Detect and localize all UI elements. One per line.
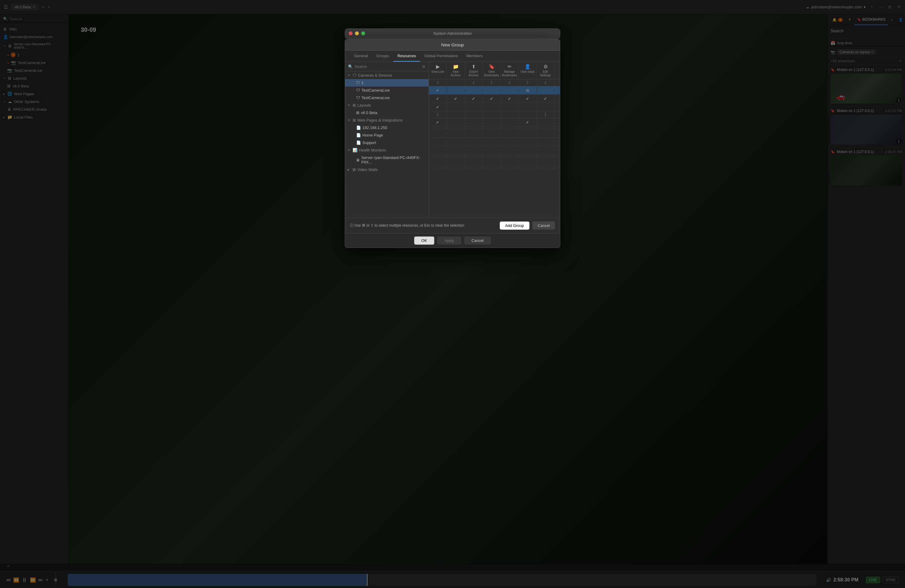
tree-layouts-section[interactable]: ▼ ⊞ Layouts [345, 102, 429, 109]
resource-tree: ▼ 🛡 Cameras & Devices 🛡 1 🛡 TestCameraLi… [345, 72, 429, 218]
tree-videowalls-section[interactable]: ▶ ⊞ Video Walls [345, 166, 429, 173]
perm-row-camera1[interactable]: ✓ ⊞ [429, 86, 560, 95]
perm-cell-tc1-5[interactable]: ✓ [501, 95, 519, 102]
perm-col-view-archive: 📁 View Archive [447, 62, 465, 79]
perm-cell-v6-5[interactable] [501, 121, 519, 124]
perm-cell-tc1-7[interactable]: ✓ [537, 95, 554, 102]
num-col-4: 1 [483, 79, 501, 86]
help-circle-icon: ⓘ [350, 223, 353, 227]
perm-cell-tc1-1[interactable]: ✓ [429, 95, 447, 102]
perm-cell-v6-4[interactable] [483, 121, 501, 124]
dialog-search-icon: 🔍 [348, 64, 353, 69]
sys-admin-title: System Administration [433, 31, 472, 36]
perm-row-server-health[interactable] [429, 157, 560, 165]
perm-cell-c1-7[interactable] [537, 89, 554, 92]
tab-global-permissions[interactable]: Global Permissions [420, 51, 462, 62]
tab-resources[interactable]: Resources [393, 51, 420, 62]
dialog-search-input[interactable] [355, 64, 420, 69]
perm-cell-v6-2[interactable] [447, 121, 465, 124]
filter-options-icon[interactable]: ⚙ [422, 64, 426, 69]
perm-cell-v6-1[interactable]: ✓ [429, 119, 447, 126]
wp-num-1 [429, 127, 447, 129]
tab-groups[interactable]: Groups [372, 51, 393, 62]
perm-cell-c1-5[interactable] [501, 89, 519, 92]
layout-num-3 [465, 111, 483, 118]
close-dot[interactable] [349, 32, 352, 35]
tree-camera-1[interactable]: 🛡 1 [345, 79, 429, 86]
perm-cell-c1-4[interactable] [483, 89, 501, 92]
homepage-label: Home Page [362, 133, 383, 137]
tree-layout-v6[interactable]: ⊞ v6.0 Beta [345, 109, 429, 116]
tree-webpages-section[interactable]: ▼ ⊞ Web Pages & Integrations [345, 116, 429, 124]
perm-cell-tc2-5[interactable] [501, 106, 519, 108]
perm-row-v6beta[interactable]: ✓ ✓ [429, 118, 560, 127]
health-section-icon: 📊 [352, 148, 357, 153]
apply-button[interactable]: Apply [437, 237, 462, 245]
wp-num-6 [519, 127, 537, 129]
perm-cell-c1-1[interactable]: ✓ [429, 87, 447, 94]
perm-cell-tc1-4[interactable]: ✓ [483, 95, 501, 102]
camera1-icon: 🛡 [356, 81, 360, 85]
num-row-cameras: 3 1 1 1 2 1 [429, 79, 560, 86]
maximize-dot[interactable] [361, 32, 365, 35]
view-live-icon: ▶ [436, 64, 440, 70]
minimize-dot[interactable] [355, 32, 359, 35]
server-health-label: Server ryan-Standard-PC-i440FX-PIIX... [361, 156, 426, 164]
footer-hint: ⓘ Use ⌘ or ⇧ to select multiple resource… [350, 223, 464, 228]
perm-cell-tc2-1[interactable]: ✓ [429, 103, 447, 110]
wp-num-4 [483, 127, 501, 129]
ip-icon: 📄 [356, 126, 361, 130]
num-row-health [429, 154, 560, 157]
tree-cameras-section[interactable]: ▼ 🛡 Cameras & Devices [345, 72, 429, 79]
tree-camera-live-1[interactable]: 🛡 TestCameraLive [345, 86, 429, 94]
perm-row-testcam2[interactable]: ✓ [429, 103, 560, 111]
perm-cell-tc1-3[interactable]: ✓ [465, 95, 483, 102]
layout-num-4 [483, 111, 501, 118]
perm-row-support[interactable] [429, 146, 560, 154]
health-section-label: Health Monitors [359, 148, 386, 153]
perm-cell-v6-6[interactable]: ✓ [519, 119, 537, 126]
dialog-search-area[interactable]: 🔍 ⚙ [345, 62, 429, 72]
perm-row-ip[interactable] [429, 129, 560, 138]
tree-camera-live-2[interactable]: 🛡 TestCameraLive [345, 94, 429, 102]
perm-cell-c1-6[interactable]: ⊞ [519, 87, 537, 94]
tab-general[interactable]: General [350, 51, 372, 62]
tree-server-health[interactable]: 🖥 Server ryan-Standard-PC-i440FX-PIIX... [345, 154, 429, 166]
perm-cell-v6-3[interactable] [465, 121, 483, 124]
footer-cancel-button[interactable]: Cancel [532, 222, 555, 230]
layout-num-1: 1 [429, 111, 447, 118]
footer-buttons: Add Group Cancel [500, 222, 555, 230]
perm-cell-tc2-6[interactable] [519, 106, 537, 108]
permissions-grid: ▶ View Live 📁 View Archive ⬆ Export Arch… [429, 62, 560, 218]
add-group-button[interactable]: Add Group [500, 222, 529, 230]
new-group-dialog: New Group General Groups Resources Globa… [345, 39, 560, 248]
cancel-button[interactable]: Cancel [464, 237, 491, 245]
perm-cell-tc2-2[interactable] [447, 106, 465, 108]
perm-cell-tc2-7[interactable] [537, 106, 554, 108]
perm-row-testcam1[interactable]: ✓ ✓ ✓ ✓ ✓ ✓ ✓ [429, 95, 560, 103]
tab-members[interactable]: Members [462, 51, 487, 62]
perm-cell-tc1-2[interactable]: ✓ [447, 95, 465, 102]
tree-homepage[interactable]: 📄 Home Page [345, 132, 429, 139]
perm-cell-tc1-6[interactable]: ✓ [519, 95, 537, 102]
tree-support[interactable]: 📄 Support [345, 139, 429, 146]
tree-health-section[interactable]: ▼ 📊 Health Monitors [345, 146, 429, 154]
wp-num-2 [447, 127, 465, 129]
dialog-bottom: OK Apply Cancel [345, 233, 560, 248]
layouts-section-label: Layouts [357, 103, 371, 108]
perm-cell-c1-3[interactable] [465, 89, 483, 92]
perm-cell-v6-7[interactable] [537, 121, 554, 124]
new-group-title-bar: New Group [345, 39, 560, 51]
cameras-section-label: Cameras & Devices [358, 73, 392, 78]
ip-label: 192.168.1.250 [362, 126, 387, 130]
modal-overlay: System Administration New Group General … [0, 0, 905, 588]
perm-cell-c1-2[interactable] [447, 89, 465, 92]
perm-cell-tc2-3[interactable] [465, 106, 483, 108]
tree-ip[interactable]: 📄 192.168.1.250 [345, 124, 429, 132]
camera-live1-label: TestCameraLive [362, 88, 390, 92]
perm-cell-tc2-4[interactable] [483, 106, 501, 108]
num-col-7: 1 [537, 79, 554, 86]
ok-button[interactable]: OK [414, 237, 434, 245]
perm-row-homepage[interactable] [429, 138, 560, 146]
layout-num-6 [519, 111, 537, 118]
